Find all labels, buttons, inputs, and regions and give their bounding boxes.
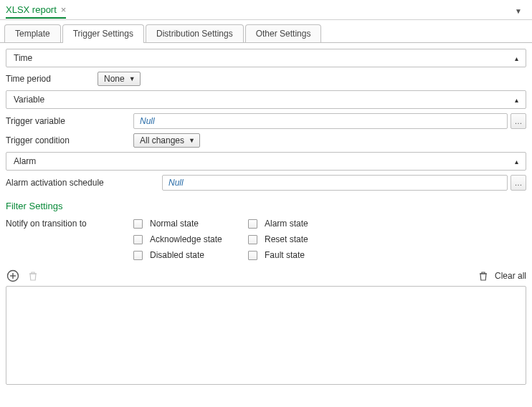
label-alarm-schedule: Alarm activation schedule xyxy=(6,178,162,188)
checkbox-alarm-state[interactable]: Alarm state xyxy=(248,219,363,229)
delete-button xyxy=(26,269,40,283)
checkbox-label: Reset state xyxy=(265,234,308,244)
clear-all-label: Clear all xyxy=(495,271,526,281)
checkbox-reset-state[interactable]: Reset state xyxy=(248,234,363,244)
row-trigger-condition: Trigger condition All changes ▼ xyxy=(6,133,526,148)
group-title-time: Time xyxy=(14,53,32,63)
checkbox-icon xyxy=(133,219,143,229)
tab-other-settings[interactable]: Other Settings xyxy=(245,24,322,42)
group-title-variable: Variable xyxy=(14,95,44,105)
checkbox-icon xyxy=(248,235,257,244)
row-notify: Notify on transition to Normal state Ala… xyxy=(6,219,526,260)
group-header-alarm[interactable]: Alarm ▴ xyxy=(6,152,526,171)
browse-button-trigger-variable[interactable]: … xyxy=(510,113,526,129)
group-header-time[interactable]: Time ▴ xyxy=(6,49,526,67)
checkbox-disabled-state[interactable]: Disabled state xyxy=(133,250,248,260)
select-time-period[interactable]: None ▼ xyxy=(98,72,141,86)
checkbox-normal-state[interactable]: Normal state xyxy=(133,219,248,229)
checkbox-icon xyxy=(133,251,143,260)
dropdown-icon[interactable]: ▼ xyxy=(515,7,526,15)
select-trigger-condition[interactable]: All changes ▼ xyxy=(133,133,200,148)
checkbox-label: Acknowledge state xyxy=(150,234,222,244)
group-title-alarm: Alarm xyxy=(14,156,36,166)
label-time-period: Time period xyxy=(6,74,98,84)
row-alarm-schedule: Alarm activation schedule Null … xyxy=(6,175,526,191)
checkbox-acknowledge-state[interactable]: Acknowledge state xyxy=(133,234,248,244)
label-trigger-variable: Trigger variable xyxy=(6,116,133,126)
checkbox-label: Alarm state xyxy=(265,219,308,229)
label-trigger-condition: Trigger condition xyxy=(6,135,133,145)
tab-trigger-settings[interactable]: Trigger Settings xyxy=(62,24,144,42)
close-icon[interactable]: × xyxy=(61,5,67,14)
label-notify: Notify on transition to xyxy=(6,219,133,229)
checkbox-label: Disabled state xyxy=(150,250,204,260)
checkbox-label: Fault state xyxy=(265,250,305,260)
input-alarm-schedule[interactable]: Null xyxy=(162,175,508,191)
checkbox-fault-state[interactable]: Fault state xyxy=(248,250,363,260)
browse-button-alarm-schedule[interactable]: … xyxy=(510,175,526,191)
window-header: XLSX report × ▼ xyxy=(0,0,532,20)
chevron-down-icon: ▼ xyxy=(129,75,136,82)
group-header-variable[interactable]: Variable ▴ xyxy=(6,90,526,109)
tab-distribution-settings[interactable]: Distribution Settings xyxy=(146,24,244,42)
filter-list[interactable] xyxy=(6,286,526,385)
row-time-period: Time period None ▼ xyxy=(6,72,526,86)
chevron-up-icon: ▴ xyxy=(515,158,518,166)
toolbar-left xyxy=(6,269,40,283)
row-trigger-variable: Trigger variable Null … xyxy=(6,113,526,129)
clear-all-button[interactable]: Clear all xyxy=(478,270,526,282)
select-time-period-value: None xyxy=(104,74,125,84)
chevron-down-icon: ▼ xyxy=(189,137,195,144)
chevron-up-icon: ▴ xyxy=(515,96,518,104)
trash-icon xyxy=(478,270,489,282)
trash-icon xyxy=(27,270,39,282)
tab-template[interactable]: Template xyxy=(4,24,61,42)
checkbox-icon xyxy=(248,219,257,229)
document-tab[interactable]: XLSX report × xyxy=(6,4,66,19)
panel-trigger-settings: Time ▴ Time period None ▼ Variable ▴ Tri… xyxy=(0,43,532,389)
checkbox-label: Normal state xyxy=(150,219,199,229)
chevron-up-icon: ▴ xyxy=(515,54,518,62)
section-title-filter: Filter Settings xyxy=(6,201,526,211)
checkbox-grid: Normal state Alarm state Acknowledge sta… xyxy=(133,219,363,260)
add-button[interactable] xyxy=(6,269,20,283)
plus-circle-icon xyxy=(6,269,19,282)
list-toolbar: Clear all xyxy=(6,269,526,283)
select-trigger-condition-value: All changes xyxy=(140,135,184,145)
document-title: XLSX report xyxy=(6,4,57,15)
input-trigger-variable[interactable]: Null xyxy=(133,113,508,129)
tab-bar: Template Trigger Settings Distribution S… xyxy=(0,20,532,43)
input-trigger-variable-value: Null xyxy=(140,116,155,126)
checkbox-icon xyxy=(248,251,257,260)
checkbox-icon xyxy=(133,235,143,244)
input-alarm-schedule-value: Null xyxy=(168,178,184,188)
